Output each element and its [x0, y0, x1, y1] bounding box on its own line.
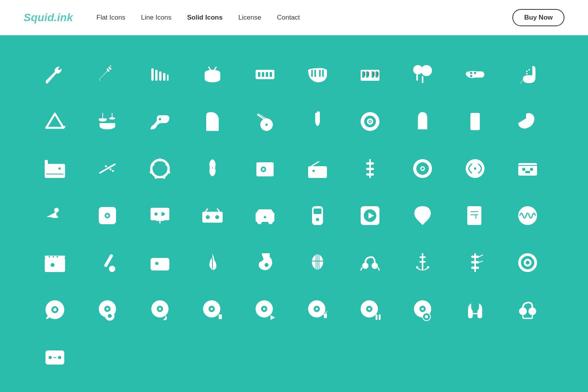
- svg-point-213: [263, 308, 265, 310]
- svg-point-229: [528, 307, 536, 315]
- svg-point-204: [108, 314, 112, 318]
- icon-cd-3[interactable]: [136, 286, 183, 333]
- svg-point-7: [205, 76, 220, 82]
- icon-radio[interactable]: [294, 145, 341, 192]
- svg-point-74: [158, 158, 162, 162]
- icon-pick[interactable]: [399, 192, 446, 239]
- icon-play-button[interactable]: [347, 192, 394, 239]
- icon-music-disc-player[interactable]: [84, 192, 131, 239]
- header: Squid.ink Flat Icons Line Icons Solid Ic…: [0, 0, 588, 35]
- icon-drum[interactable]: [189, 51, 236, 98]
- icon-harp[interactable]: [189, 98, 236, 145]
- icon-bass-guitar[interactable]: [84, 51, 131, 98]
- icon-saxophone[interactable]: [504, 51, 551, 98]
- svg-rect-24: [364, 72, 365, 76]
- icon-audio-cable[interactable]: [452, 239, 499, 286]
- svg-rect-190: [471, 267, 479, 269]
- icon-speaker[interactable]: [452, 98, 499, 145]
- icon-cd-disc[interactable]: [399, 145, 446, 192]
- icon-tambourine[interactable]: [136, 145, 183, 192]
- svg-rect-27: [377, 72, 379, 76]
- nav-contact[interactable]: Contact: [277, 14, 300, 22]
- icon-banjo[interactable]: [241, 98, 289, 145]
- svg-rect-137: [314, 209, 321, 214]
- svg-rect-171: [151, 268, 169, 270]
- icon-amplifier[interactable]: [31, 239, 78, 286]
- icon-drumstick[interactable]: [84, 239, 131, 286]
- icon-french-horn[interactable]: [136, 98, 183, 145]
- icon-record-player[interactable]: [241, 145, 289, 192]
- svg-point-132: [257, 220, 262, 224]
- icon-earbuds-1[interactable]: [452, 286, 499, 333]
- svg-rect-2: [159, 71, 162, 81]
- svg-line-130: [217, 209, 220, 212]
- icon-tuning-fork[interactable]: [294, 98, 341, 145]
- icon-cd-5[interactable]: [241, 286, 289, 333]
- icon-electric-guitar[interactable]: [189, 239, 236, 286]
- svg-rect-92: [318, 169, 325, 170]
- svg-rect-11: [258, 72, 260, 77]
- icon-cassette[interactable]: [504, 145, 551, 192]
- svg-rect-4: [167, 74, 169, 81]
- svg-point-202: [106, 308, 109, 310]
- svg-point-133: [268, 220, 273, 224]
- icon-french-horn-2[interactable]: [504, 98, 551, 145]
- buy-now-button[interactable]: Buy Now: [512, 9, 564, 26]
- svg-point-219: [368, 308, 370, 310]
- icon-usb-audio[interactable]: [399, 239, 446, 286]
- nav-line-icons[interactable]: Line Icons: [141, 14, 172, 22]
- svg-rect-93: [318, 172, 325, 173]
- icon-grand-piano[interactable]: [294, 51, 341, 98]
- icon-mandolin[interactable]: [294, 239, 341, 286]
- icon-audio-jack[interactable]: [347, 145, 394, 192]
- svg-line-191: [479, 255, 483, 257]
- nav-solid-icons[interactable]: Solid Icons: [187, 14, 223, 22]
- nav-flat-icons[interactable]: Flat Icons: [96, 14, 125, 22]
- svg-point-34: [474, 71, 477, 74]
- icon-flute[interactable]: [84, 145, 131, 192]
- icon-drum-set[interactable]: [84, 98, 131, 145]
- icon-cd-4[interactable]: [189, 286, 236, 333]
- icon-cd-2[interactable]: [84, 286, 131, 333]
- icon-lyre[interactable]: [399, 98, 446, 145]
- icon-earbuds-2[interactable]: [504, 286, 551, 333]
- icon-boombox[interactable]: [189, 192, 236, 239]
- svg-point-210: [211, 308, 213, 310]
- svg-line-180: [361, 267, 362, 270]
- svg-point-162: [53, 256, 54, 258]
- icon-cd-music[interactable]: [294, 286, 341, 333]
- icon-music-streaming[interactable]: [452, 145, 499, 192]
- icon-trumpet[interactable]: [452, 51, 499, 98]
- svg-rect-40: [100, 123, 115, 126]
- svg-point-36: [526, 73, 528, 74]
- icon-music-monitor[interactable]: [136, 192, 183, 239]
- icon-effects-pedal[interactable]: [136, 239, 183, 286]
- icon-music-book[interactable]: [452, 192, 499, 239]
- logo[interactable]: Squid.ink: [24, 11, 73, 24]
- icon-triangle[interactable]: [31, 98, 78, 145]
- icon-earbuds-3[interactable]: [31, 333, 78, 380]
- svg-point-143: [320, 219, 321, 220]
- icon-cd-pause[interactable]: [347, 286, 394, 333]
- icon-music-player[interactable]: [31, 145, 78, 192]
- icon-guitar-2[interactable]: [241, 239, 289, 286]
- svg-point-139: [316, 218, 319, 221]
- icon-guitar[interactable]: [31, 51, 78, 98]
- icon-headphone-jack[interactable]: [31, 192, 78, 239]
- icon-pan-flute[interactable]: [136, 51, 183, 98]
- icon-earphones[interactable]: [347, 239, 394, 286]
- icon-cd-7[interactable]: [399, 286, 446, 333]
- icon-music-car[interactable]: [241, 192, 289, 239]
- icon-harmonica[interactable]: [241, 51, 289, 98]
- svg-point-153: [518, 206, 537, 225]
- icon-violin[interactable]: [189, 145, 236, 192]
- icon-vinyl-2[interactable]: [504, 239, 551, 286]
- icon-keyboard[interactable]: [347, 51, 394, 98]
- icon-cd-1[interactable]: [31, 286, 78, 333]
- icon-vinyl[interactable]: [347, 98, 394, 145]
- icon-maracas[interactable]: [399, 51, 446, 98]
- nav-license[interactable]: License: [238, 14, 261, 22]
- svg-point-168: [155, 262, 158, 265]
- icon-ipod[interactable]: [294, 192, 341, 239]
- icon-waveform[interactable]: [504, 192, 551, 239]
